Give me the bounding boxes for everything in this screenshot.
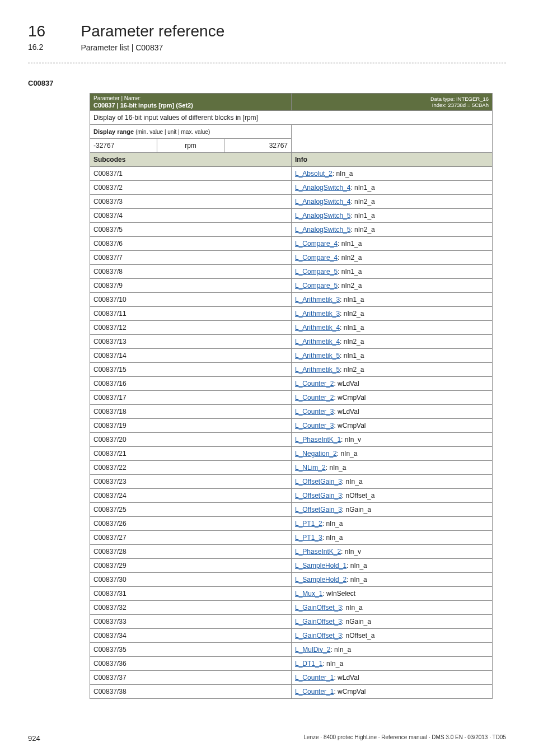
info-link[interactable]: L_Counter_2 xyxy=(295,394,334,402)
info-link[interactable]: L_Arithmetik_3 xyxy=(295,296,340,304)
subcode-cell: C00837/35 xyxy=(90,643,292,657)
info-suffix: : nIn2_a xyxy=(338,282,362,290)
display-range-label-row: Display range (min. value | unit | max. … xyxy=(90,125,493,139)
info-link[interactable]: L_Mux_1 xyxy=(295,590,322,598)
info-link[interactable]: L_MulDiv_2 xyxy=(295,646,330,654)
subcode-cell: C00837/1 xyxy=(90,167,292,181)
info-link[interactable]: L_Absolut_2 xyxy=(295,170,332,178)
info-link[interactable]: L_Counter_3 xyxy=(295,408,334,416)
info-cell: L_DT1_1: nIn_a xyxy=(292,657,493,671)
info-cell: L_Compare_5: nIn1_a xyxy=(292,265,493,279)
info-link[interactable]: L_Compare_5 xyxy=(295,282,338,290)
subcode-cell: C00837/32 xyxy=(90,601,292,615)
info-suffix: : nIn_a xyxy=(337,450,358,458)
info-link[interactable]: L_Arithmetik_3 xyxy=(295,310,340,318)
table-row: C00837/32L_GainOffset_3: nIn_a xyxy=(90,601,493,615)
subcodes-header-row: Subcodes Info xyxy=(90,153,493,167)
table-row: C00837/8L_Compare_5: nIn1_a xyxy=(90,265,493,279)
info-link[interactable]: L_Arithmetik_5 xyxy=(295,366,340,374)
description-row: Display of 16-bit input values of differ… xyxy=(90,111,493,125)
info-link[interactable]: L_Arithmetik_5 xyxy=(295,352,340,360)
table-row: C00837/34L_GainOffset_3: nOffset_a xyxy=(90,629,493,643)
table-row: C00837/27L_PT1_3: nIn_a xyxy=(90,531,493,545)
table-row: C00837/37L_Counter_1: wLdVal xyxy=(90,671,493,685)
subcode-cell: C00837/21 xyxy=(90,447,292,461)
info-link[interactable]: L_AnalogSwitch_5 xyxy=(295,226,350,234)
table-row: C00837/25L_OffsetGain_3: nGain_a xyxy=(90,503,493,517)
info-cell: L_GainOffset_3: nIn_a xyxy=(292,601,493,615)
info-cell: L_Compare_4: nIn2_a xyxy=(292,251,493,265)
info-cell: L_Mux_1: wInSelect xyxy=(292,587,493,601)
info-suffix: : nIn_a xyxy=(326,464,346,472)
page-number: 924 xyxy=(28,734,40,743)
table-row: C00837/14L_Arithmetik_5: nIn1_a xyxy=(90,349,493,363)
info-link[interactable]: L_OffsetGain_3 xyxy=(295,492,342,500)
table-row: C00837/16L_Counter_2: wLdVal xyxy=(90,377,493,391)
subcode-cell: C00837/12 xyxy=(90,321,292,335)
info-link[interactable]: L_Counter_1 xyxy=(295,688,334,696)
info-link[interactable]: L_AnalogSwitch_4 xyxy=(295,184,350,192)
table-row: C00837/10L_Arithmetik_3: nIn1_a xyxy=(90,293,493,307)
info-link[interactable]: L_PT1_2 xyxy=(295,520,322,528)
subcode-cell: C00837/17 xyxy=(90,391,292,405)
table-row: C00837/4L_AnalogSwitch_5: nIn1_a xyxy=(90,209,493,223)
info-link[interactable]: L_Compare_5 xyxy=(295,268,338,276)
info-suffix: : nIn1_a xyxy=(350,184,374,192)
table-row: C00837/5L_AnalogSwitch_5: nIn2_a xyxy=(90,223,493,237)
subcode-cell: C00837/8 xyxy=(90,265,292,279)
info-suffix: : nIn_a xyxy=(330,646,351,654)
info-link[interactable]: L_GainOffset_3 xyxy=(295,604,342,612)
info-cell: L_MulDiv_2: nIn_a xyxy=(292,643,493,657)
subcode-cell: C00837/5 xyxy=(90,223,292,237)
subcode-cell: C00837/18 xyxy=(90,405,292,419)
info-link[interactable]: L_SampleHold_2 xyxy=(295,576,346,584)
info-suffix: : nIn_a xyxy=(322,534,343,542)
info-suffix: : nIn2_a xyxy=(350,226,374,234)
table-row: C00837/31L_Mux_1: wInSelect xyxy=(90,587,493,601)
table-row: C00837/11L_Arithmetik_3: nIn2_a xyxy=(90,307,493,321)
info-link[interactable]: L_PhaseIntK_2 xyxy=(295,548,341,556)
info-suffix: : nIn2_a xyxy=(340,366,364,374)
info-link[interactable]: L_PT1_3 xyxy=(295,534,322,542)
chapter-title: Parameter reference xyxy=(81,22,224,40)
header-right-line2: Index: 23738d = 5CBAh xyxy=(432,102,489,108)
info-link[interactable]: L_PhaseIntK_1 xyxy=(295,436,341,444)
info-link[interactable]: L_OffsetGain_3 xyxy=(295,506,342,514)
info-cell: L_GainOffset_3: nOffset_a xyxy=(292,629,493,643)
info-link[interactable]: L_Compare_4 xyxy=(295,240,338,248)
info-cell: L_Negation_2: nIn_a xyxy=(292,447,493,461)
info-link[interactable]: L_Counter_2 xyxy=(295,380,334,388)
info-link[interactable]: L_OffsetGain_3 xyxy=(295,478,342,486)
table-row: C00837/6L_Compare_4: nIn1_a xyxy=(90,237,493,251)
parameter-table: Parameter | Name: C00837 | 16-bit inputs… xyxy=(90,93,493,699)
info-suffix: : nIn_a xyxy=(322,660,343,668)
info-link[interactable]: L_Arithmetik_4 xyxy=(295,338,340,346)
info-suffix: : wLdVal xyxy=(334,674,359,682)
info-suffix: : nIn2_a xyxy=(340,310,364,318)
info-cell: L_Arithmetik_4: nIn2_a xyxy=(292,335,493,349)
info-cell: L_Counter_1: wCmpVal xyxy=(292,685,493,699)
info-link[interactable]: L_Compare_4 xyxy=(295,254,338,262)
page-footer: 924 Lenze · 8400 protec HighLine · Refer… xyxy=(28,734,506,743)
info-link[interactable]: L_Arithmetik_4 xyxy=(295,324,340,332)
subcode-cell: C00837/33 xyxy=(90,615,292,629)
info-link[interactable]: L_GainOffset_3 xyxy=(295,618,342,626)
info-cell: L_Absolut_2: nIn_a xyxy=(292,167,493,181)
info-suffix: : nIn1_a xyxy=(338,268,362,276)
info-link[interactable]: L_SampleHold_1 xyxy=(295,562,346,570)
info-link[interactable]: L_GainOffset_3 xyxy=(295,632,342,640)
info-link[interactable]: L_DT1_1 xyxy=(295,660,322,668)
info-cell: L_PT1_3: nIn_a xyxy=(292,531,493,545)
info-link[interactable]: L_AnalogSwitch_5 xyxy=(295,212,350,220)
info-link[interactable]: L_NLim_2 xyxy=(295,464,326,472)
subcode-cell: C00837/19 xyxy=(90,419,292,433)
info-cell: L_Counter_2: wCmpVal xyxy=(292,391,493,405)
info-cell: L_Counter_2: wLdVal xyxy=(292,377,493,391)
info-cell: L_PT1_2: nIn_a xyxy=(292,517,493,531)
info-link[interactable]: L_Counter_1 xyxy=(295,674,334,682)
info-link[interactable]: L_AnalogSwitch_4 xyxy=(295,198,350,206)
info-cell: L_PhaseIntK_1: nIn_v xyxy=(292,433,493,447)
info-link[interactable]: L_Counter_3 xyxy=(295,422,334,430)
info-link[interactable]: L_Negation_2 xyxy=(295,450,337,458)
table-row: C00837/36L_DT1_1: nIn_a xyxy=(90,657,493,671)
